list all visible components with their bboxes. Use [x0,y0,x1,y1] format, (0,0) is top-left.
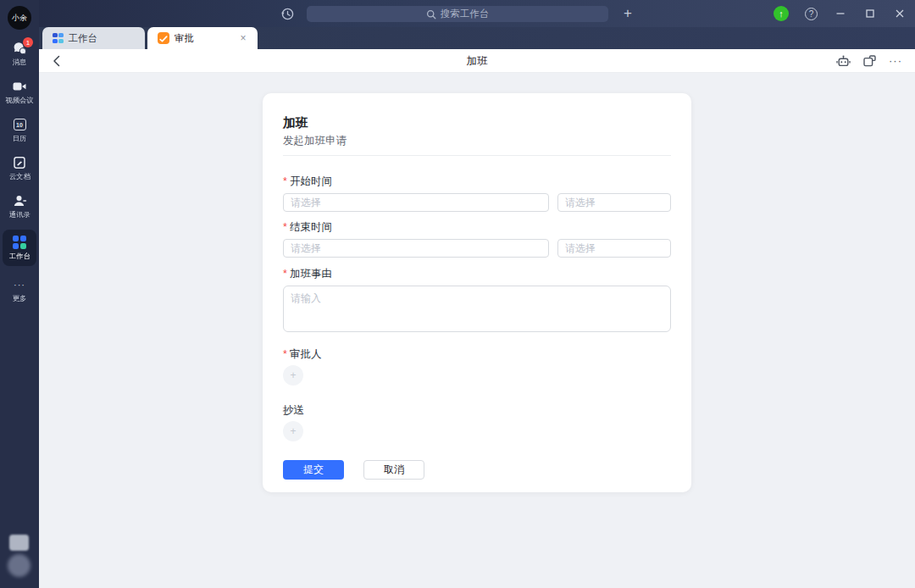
required-mark: * [283,268,287,280]
workbench-grid-icon [13,236,26,249]
form-actions: 提交 取消 [283,460,671,480]
sidebar-item-label: 工作台 [9,252,30,262]
search-icon [426,9,436,19]
sidebar-item-label: 日历 [13,134,27,144]
add-cc-button[interactable]: + [283,421,303,441]
field-end-time: *结束时间 [283,221,671,258]
sidebar-item-label: 视频会议 [5,96,33,106]
tab-approval[interactable]: 审批 × [147,27,258,49]
add-approver-button[interactable]: + [283,365,303,386]
required-mark: * [283,175,287,187]
window-controls: ↑ ? [774,0,907,27]
cancel-button[interactable]: 取消 [363,460,424,480]
reason-textarea[interactable] [283,286,671,332]
start-date-input[interactable] [283,193,549,212]
history-button[interactable] [279,6,296,22]
tab-close-icon[interactable]: × [237,32,249,44]
sidebar-item-label: 云文档 [9,172,30,182]
field-reason: *加班事由 [283,268,671,336]
open-in-window-icon[interactable] [862,53,877,69]
tab-label: 工作台 [69,32,98,45]
field-label: *加班事由 [283,268,671,280]
field-label: *结束时间 [283,221,671,234]
more-actions-icon[interactable]: ··· [888,53,903,69]
field-label: 抄送 [283,404,671,417]
sidebar-item-workbench[interactable]: 工作台 [3,230,36,266]
tab-strip: 工作台 审批 × [39,27,915,49]
required-mark: * [283,221,287,233]
start-hour-input[interactable] [557,193,671,212]
sidebar-item-docs[interactable]: 云文档 [2,155,37,182]
sidebar: 小余 1 消息 [0,0,39,588]
bot-icon[interactable] [835,53,851,69]
field-start-time: *开始时间 [283,175,671,212]
close-window-button[interactable] [893,7,907,20]
end-date-input[interactable] [283,239,549,258]
minimize-button[interactable] [834,7,847,20]
messages-badge: 1 [23,37,33,47]
form-subtitle: 发起加班申请 [283,135,671,147]
upgrade-icon[interactable]: ↑ [774,6,789,21]
avatar[interactable]: 小余 [8,6,31,30]
form-title: 加班 [283,115,671,130]
page-header: 加班 ··· [39,49,915,73]
calendar-icon: 10 [14,119,26,130]
new-tab-button[interactable]: + [619,3,636,24]
sidebar-item-label: 通讯录 [9,210,30,220]
search-placeholder: 搜索工作台 [441,8,490,20]
maximize-button[interactable] [863,7,877,20]
video-camera-icon [12,80,27,92]
workbench-grid-icon [53,33,64,44]
sidebar-item-label: 消息 [13,58,27,68]
field-approver: *审批人 + [283,348,671,386]
tab-label: 审批 [175,32,194,45]
page-title: 加班 [39,49,915,73]
field-label: *审批人 [283,348,671,361]
approval-form-card: 加班 发起加班申请 *开始时间 *结束时间 *加班事由 [263,93,691,492]
titlebar: 搜索工作台 + ↑ ? [0,0,915,27]
content-area: 加班 发起加班申请 *开始时间 *结束时间 *加班事由 [39,73,915,588]
field-label: *开始时间 [283,175,671,188]
field-cc: 抄送 + [283,404,671,441]
sidebar-item-messages[interactable]: 1 消息 [2,41,37,68]
page-header-actions: ··· [835,49,903,73]
sidebar-item-label: 更多 [13,294,27,304]
sidebar-item-more[interactable]: ··· 更多 [2,277,37,304]
required-mark: * [283,348,287,360]
more-dots-icon: ··· [14,281,25,288]
help-icon[interactable]: ? [805,8,818,20]
document-icon [13,156,26,169]
app-window: 搜索工作台 + ↑ ? 小余 [0,0,915,588]
divider [283,155,671,156]
sidebar-item-video-meeting[interactable]: 视频会议 [2,79,37,106]
sidebar-item-calendar[interactable]: 10 日历 [2,117,37,144]
sidebar-bottom-square-icon[interactable] [9,535,29,551]
sidebar-item-contacts[interactable]: 通讯录 [2,193,37,220]
approval-icon [158,32,169,44]
end-hour-input[interactable] [557,239,671,258]
history-clock-icon [280,7,295,21]
person-icon [13,194,27,208]
tab-workbench[interactable]: 工作台 [42,27,145,49]
global-search-input[interactable]: 搜索工作台 [307,6,608,22]
submit-button[interactable]: 提交 [283,460,344,480]
sidebar-bottom-circle-icon[interactable] [8,554,30,577]
